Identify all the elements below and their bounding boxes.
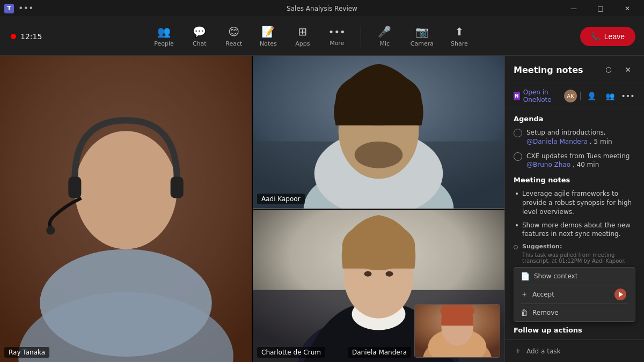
agenda-text-1a: Setup and introductions, (526, 129, 606, 136)
aadi-silhouette (253, 56, 504, 209)
chat-label: Chat (193, 40, 207, 47)
more-label: More (330, 40, 344, 47)
agenda-text-2: CXE updates from Tues meeting @Bruno Zha… (526, 152, 635, 170)
more-icon: ••• (328, 26, 346, 38)
notes-button[interactable]: 📝 Notes (253, 21, 283, 51)
remove-label: Remove (532, 309, 559, 316)
leave-button[interactable]: 📞 Leave (580, 27, 635, 46)
cursor-arrow (619, 292, 623, 297)
agenda-suffix-1: , 5 min (590, 138, 612, 145)
maximize-button[interactable]: □ (588, 0, 613, 17)
add-task-label: Add a task (526, 348, 560, 355)
show-context-label: Show context (534, 272, 577, 280)
agenda-text-2a: CXE updates from Tues meeting (526, 152, 630, 160)
suggestion-container: Suggestion: This task was pulled from me… (514, 243, 635, 322)
video-tile-aadi: Aadi Kapoor (253, 56, 504, 209)
ray-video (0, 56, 252, 362)
remove-item[interactable]: 🗑 Remove (514, 304, 635, 321)
svg-point-4 (75, 131, 177, 249)
share-notes-icon[interactable]: 👤 (584, 88, 599, 104)
people-icon: 👥 (157, 25, 171, 38)
expand-notes-button[interactable]: ⬡ (601, 62, 616, 77)
share-label: Share (451, 40, 468, 47)
suggestion-popup: 📄 Show context ＋ Accept 🗑 (514, 267, 635, 322)
bullet-dot-2 (516, 224, 518, 226)
chat-icon: 💬 (193, 25, 206, 38)
follow-up-section: Follow up actions ⚙ Aadi Kapoor will che… (514, 326, 635, 339)
ray-name: Ray Tanaka (4, 347, 49, 358)
daniela-name: Daniela Mandera (348, 347, 411, 358)
react-label: React (225, 40, 242, 47)
title-bar-left: T ••• (4, 3, 33, 13)
people-button[interactable]: 👥 People (148, 21, 180, 51)
close-button[interactable]: ✕ (615, 0, 640, 17)
share-button[interactable]: ⬆ Share (444, 21, 474, 51)
more-notes-icon[interactable]: ••• (620, 88, 635, 104)
suggestion-sub: This task was pulled from meeting transc… (514, 252, 635, 264)
agenda-check-2[interactable] (514, 152, 522, 161)
agenda-mention-2: @Bruno Zhao (526, 161, 570, 168)
ray-silhouette (0, 56, 252, 362)
context-icon: 📄 (521, 272, 530, 280)
add-person-icon[interactable]: 👥 (602, 88, 617, 104)
follow-up-title: Follow up actions (514, 326, 635, 334)
note-bullet-2: Show more demos about the new features i… (514, 221, 635, 239)
toolbar-center: 👥 People 💬 Chat 😊 React 📝 Notes ⊞ Apps •… (148, 21, 474, 51)
add-task-row[interactable]: ＋ Add a task (505, 339, 644, 362)
camera-icon: 📷 (415, 25, 429, 38)
follow-text-1[interactable]: Aadi Kapoor will check on incoming shipm… (525, 338, 635, 339)
more-button[interactable]: ••• More (322, 22, 352, 51)
agenda-text-1: Setup and introductions, @Daniela Mander… (526, 128, 635, 146)
leave-phone-icon: 📞 (591, 32, 600, 41)
mic-button[interactable]: 🎤 Mic (370, 21, 400, 51)
agenda-section-title: Agenda (514, 115, 635, 123)
note-bullet-1: Leverage agile frameworks to provide a r… (514, 189, 635, 216)
window-title: Sales Analysis Review (287, 5, 357, 12)
pip-daniela (414, 304, 500, 358)
notes-panel: Meeting notes ⬡ ✕ N Open in OneNote AK 👤… (504, 56, 644, 362)
notes-content: Agenda Setup and introductions, @Daniela… (505, 108, 644, 339)
title-bar: T ••• Sales Analysis Review — □ ✕ (0, 0, 644, 17)
more-options-icon[interactable]: ••• (18, 3, 33, 13)
close-notes-button[interactable]: ✕ (620, 62, 635, 77)
react-icon: 😊 (228, 25, 239, 38)
leave-label: Leave (604, 32, 625, 41)
apps-label: Apps (295, 40, 310, 47)
svg-point-3 (40, 249, 212, 357)
video-tile-ray: Ray Tanaka (0, 56, 252, 362)
aadi-video (253, 56, 504, 209)
react-button[interactable]: 😊 React (219, 21, 249, 51)
notes-label: Notes (260, 40, 277, 47)
accept-item[interactable]: ＋ Accept (514, 285, 635, 304)
show-context-item[interactable]: 📄 Show context (514, 268, 635, 285)
bullet-dot-1 (516, 193, 518, 195)
agenda-suffix-2: , 40 min (573, 161, 599, 168)
camera-button[interactable]: 📷 Camera (404, 21, 440, 51)
suggestion-dot-row: Suggestion: (514, 243, 635, 250)
svg-point-7 (46, 226, 55, 235)
minimize-button[interactable]: — (561, 0, 586, 17)
accept-label: Accept (532, 291, 554, 298)
svg-point-15 (355, 142, 403, 168)
onenote-logo: N (514, 92, 520, 100)
note-text-2: Show more demos about the new features i… (522, 221, 635, 239)
meeting-toolbar: 12:15 👥 People 💬 Chat 😊 React 📝 Notes ⊞ … (0, 17, 644, 56)
onenote-right: AK 👤 👥 ••• (564, 88, 635, 104)
onenote-link-label: Open in OneNote (523, 88, 564, 104)
onenote-link[interactable]: N Open in OneNote (514, 88, 564, 104)
chat-button[interactable]: 💬 Chat (185, 21, 215, 51)
agenda-mention-1: @Daniela Mandera (526, 138, 588, 145)
agenda-item-2: CXE updates from Tues meeting @Bruno Zha… (514, 152, 635, 170)
agenda-check-1[interactable] (514, 129, 522, 137)
cursor-dot (614, 289, 626, 300)
svg-point-24 (385, 271, 393, 276)
gear-icon-1: ⚙ (514, 339, 521, 339)
people-label: People (154, 40, 174, 47)
note-text-1: Leverage agile frameworks to provide a r… (522, 189, 635, 216)
apps-button[interactable]: ⊞ Apps (288, 21, 318, 51)
notes-icon: 📝 (261, 25, 275, 38)
mic-label: Mic (379, 40, 390, 47)
charlotte-name: Charlotte de Crum (257, 347, 325, 358)
suggestion-dot (514, 245, 518, 249)
svg-point-23 (364, 271, 372, 276)
